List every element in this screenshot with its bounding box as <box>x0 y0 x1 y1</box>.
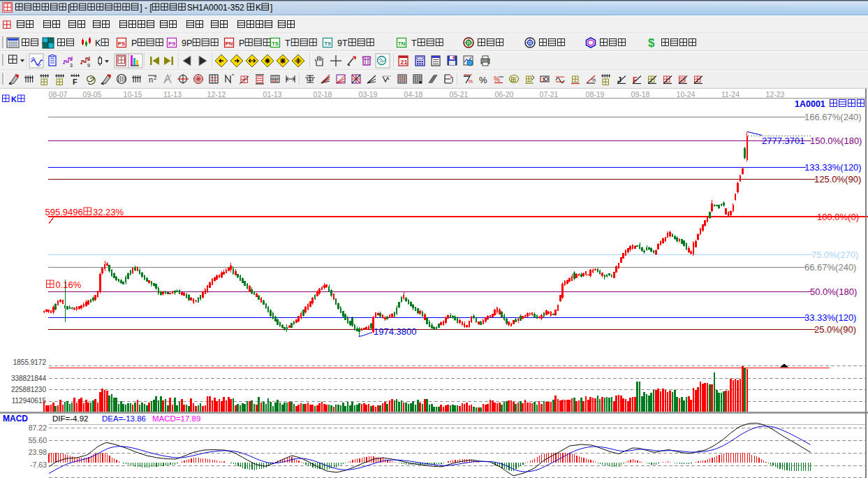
svg-text:02-18: 02-18 <box>314 90 332 99</box>
svg-text:10-24: 10-24 <box>677 90 696 99</box>
svg-text:1974.3800: 1974.3800 <box>374 326 416 337</box>
svg-text:112940615: 112940615 <box>12 397 47 405</box>
svg-text:-7.63: -7.63 <box>30 461 47 469</box>
svg-text:T: T <box>411 38 417 48</box>
svg-text:08-07: 08-07 <box>49 90 68 99</box>
svg-text:$: $ <box>648 36 655 50</box>
svg-text:06-20: 06-20 <box>495 90 514 99</box>
svg-text:%: % <box>494 75 500 83</box>
svg-text:P: P <box>131 38 137 48</box>
svg-text:TN: TN <box>398 41 406 47</box>
svg-text:DIF=-4.92: DIF=-4.92 <box>52 414 88 423</box>
svg-text:07-21: 07-21 <box>540 90 559 99</box>
svg-text:23.98: 23.98 <box>29 448 47 456</box>
svg-text:08-19: 08-19 <box>586 90 605 99</box>
svg-text:DEA=-13.86: DEA=-13.86 <box>102 414 146 423</box>
svg-text:04-18: 04-18 <box>404 90 423 99</box>
svg-text:03-19: 03-19 <box>359 90 378 99</box>
svg-text:n: n <box>149 75 153 84</box>
svg-text:50.0%(180): 50.0%(180) <box>810 287 857 297</box>
svg-text:P9: P9 <box>168 41 175 47</box>
svg-text:21: 21 <box>401 59 408 66</box>
svg-text:150.0%(180): 150.0%(180) <box>810 136 862 146</box>
svg-text:1855.9172: 1855.9172 <box>13 358 47 366</box>
svg-text:55.60: 55.60 <box>29 436 47 444</box>
svg-text:TS: TS <box>272 41 279 47</box>
svg-text:09-18: 09-18 <box>631 90 650 99</box>
svg-text:123: 123 <box>272 80 277 83</box>
svg-text:K: K <box>256 3 261 13</box>
svg-text:MACD=17.89: MACD=17.89 <box>152 414 200 423</box>
svg-text:K: K <box>95 38 101 48</box>
svg-text:12-23: 12-23 <box>766 90 785 99</box>
svg-text:] - [: ] - [ <box>140 3 152 13</box>
svg-text:MACD: MACD <box>3 414 28 423</box>
svg-text:": " <box>232 73 234 80</box>
svg-text:25.0%(90): 25.0%(90) <box>814 324 856 335</box>
svg-text:75.0%(270): 75.0%(270) <box>811 249 858 260</box>
svg-text:9T: 9T <box>337 38 348 48</box>
svg-text:09-05: 09-05 <box>83 90 102 99</box>
svg-text:T9: T9 <box>324 41 331 47</box>
svg-text:66.67%(240): 66.67%(240) <box>804 262 856 273</box>
svg-text:338821844: 338821844 <box>11 375 46 382</box>
svg-text:3: 3 <box>70 63 73 68</box>
svg-text:PN: PN <box>225 41 233 47</box>
svg-text:9: 9 <box>87 63 90 68</box>
svg-text:P: P <box>239 38 244 48</box>
svg-text:166.67%(240): 166.67%(240) <box>804 112 862 122</box>
svg-text:05-21: 05-21 <box>450 90 469 99</box>
svg-text:33.33%(120): 33.33%(120) <box>804 312 856 323</box>
svg-text:T: T <box>285 38 290 48</box>
svg-text:SH1A0001-352: SH1A0001-352 <box>187 3 244 13</box>
svg-text:%: % <box>479 75 487 85</box>
svg-text:K: K <box>11 95 17 103</box>
svg-text:87.22: 87.22 <box>29 423 47 432</box>
svg-text:%: % <box>468 78 473 85</box>
svg-text:]: ] <box>270 3 272 13</box>
svg-text:125.0%(90): 125.0%(90) <box>814 174 861 184</box>
svg-text:F: F <box>73 78 78 86</box>
svg-text:9P: 9P <box>182 38 192 48</box>
svg-text:%: % <box>591 78 596 82</box>
svg-text:10-15: 10-15 <box>124 90 142 99</box>
svg-text:0.16%: 0.16% <box>56 280 82 290</box>
svg-text:133.33%(120): 133.33%(120) <box>804 162 862 173</box>
svg-text:225881230: 225881230 <box>11 386 46 393</box>
svg-text:1A0001: 1A0001 <box>795 99 825 109</box>
svg-text:12-12: 12-12 <box>207 90 226 99</box>
svg-text:11-24: 11-24 <box>721 90 740 99</box>
svg-text:01-13: 01-13 <box>263 90 282 99</box>
svg-text:100.0%(0): 100.0%(0) <box>817 212 859 222</box>
svg-text:11-13: 11-13 <box>163 90 182 99</box>
svg-text:595.9496: 595.9496 <box>45 207 83 217</box>
svg-text:32.23%: 32.23% <box>93 207 124 217</box>
svg-text:PS: PS <box>118 41 126 47</box>
svg-text:2777.3701: 2777.3701 <box>762 136 804 146</box>
